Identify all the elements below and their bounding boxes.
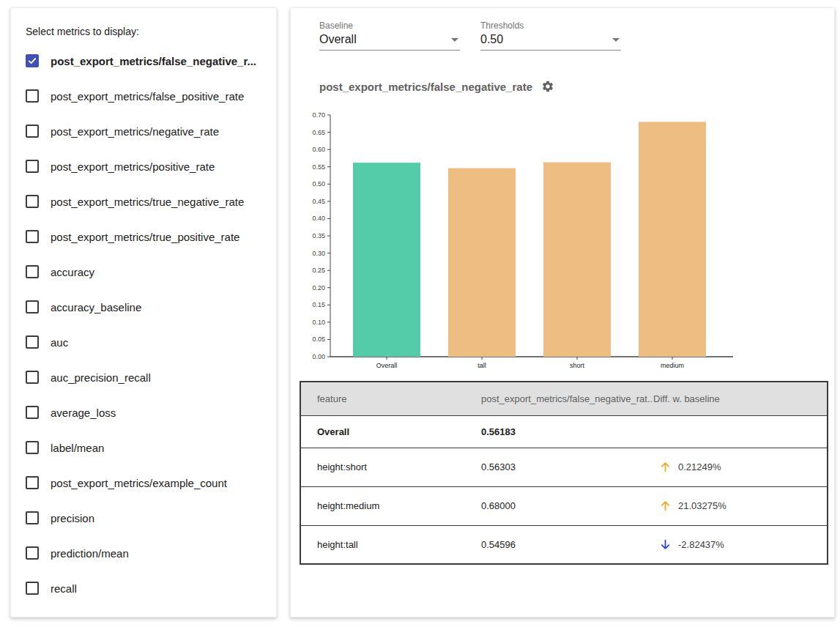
checkbox-checked-icon[interactable] — [26, 54, 39, 67]
y-axis-tick-label: 0.20 — [312, 284, 325, 292]
metric-label: prediction/mean — [51, 547, 129, 560]
checkbox-icon[interactable] — [26, 582, 39, 595]
checkbox-icon[interactable] — [26, 230, 39, 243]
y-axis-tick-label: 0.70 — [312, 111, 325, 119]
checkbox-icon[interactable] — [26, 511, 39, 524]
y-axis-tick-label: 0.60 — [312, 146, 325, 153]
metric-selector-card: Select metrics to display: post_export_m… — [10, 7, 277, 617]
metric-item-recall[interactable]: recall — [26, 571, 261, 606]
y-axis-tick-label: 0.65 — [312, 129, 325, 136]
sidebar-title: Select metrics to display: — [26, 26, 261, 37]
cell-diff: -2.82437% — [652, 525, 828, 564]
metric-item-post-export-metrics-positive-rate[interactable]: post_export_metrics/positive_rate — [26, 149, 261, 184]
diff-value: 21.03275% — [678, 500, 726, 511]
checkbox-icon[interactable] — [26, 265, 39, 278]
arrow-up-icon — [659, 500, 672, 512]
cell-diff: 0.21249% — [652, 448, 828, 486]
arrow-up-icon — [659, 461, 672, 473]
cell-feature: height:tall — [300, 525, 480, 564]
metric-label: post_export_metrics/true_negative_rate — [51, 196, 244, 208]
checkbox-icon[interactable] — [26, 89, 39, 103]
diff-indicator: -2.82437% — [653, 538, 827, 551]
table-header-diff: Diff. w. baseline — [652, 382, 828, 415]
metric-item-post-export-metrics-false-negative-r[interactable]: post_export_metrics/false_negative_r... — [26, 43, 261, 78]
table-header-metric: post_export_metrics/false_negative_rat..… — [480, 382, 652, 415]
metrics-table: featurepost_export_metrics/false_negativ… — [300, 381, 828, 565]
checkbox-icon[interactable] — [26, 406, 39, 419]
metric-label: post_export_metrics/positive_rate — [51, 160, 215, 173]
chevron-down-icon — [612, 38, 620, 42]
checkbox-icon[interactable] — [26, 476, 39, 489]
metric-label: post_export_metrics/false_negative_r... — [51, 55, 256, 67]
metric-label: label/mean — [51, 442, 104, 454]
cell-feature: height:medium — [300, 486, 480, 525]
metric-list: post_export_metrics/false_negative_r...p… — [26, 43, 261, 606]
checkbox-icon[interactable] — [26, 125, 39, 138]
arrow-down-icon — [659, 538, 672, 551]
checkbox-icon[interactable] — [26, 441, 39, 454]
checkbox-icon[interactable] — [26, 160, 39, 173]
metric-item-post-export-metrics-true-positive-rate[interactable]: post_export_metrics/true_positive_rate — [26, 219, 261, 254]
chart-title: post_export_metrics/false_negative_rate — [319, 81, 532, 93]
x-axis-tick-label: medium — [661, 362, 684, 369]
thresholds-select-label: Thresholds — [480, 21, 621, 31]
table-row-height-medium: height:medium0.6800021.03275% — [300, 486, 828, 525]
baseline-select-value: Overall — [319, 33, 357, 46]
metric-item-post-export-metrics-true-negative-rate[interactable]: post_export_metrics/true_negative_rate — [26, 184, 261, 219]
y-axis-tick-label: 0.00 — [312, 353, 325, 360]
thresholds-select[interactable]: Thresholds 0.50 — [480, 21, 621, 51]
baseline-select-label: Baseline — [319, 21, 460, 31]
diff-indicator: 21.03275% — [653, 500, 827, 512]
metric-item-auc[interactable]: auc — [26, 324, 261, 360]
metric-item-post-export-metrics-example-count[interactable]: post_export_metrics/example_count — [26, 465, 261, 500]
y-axis-tick-label: 0.50 — [312, 180, 325, 188]
cell-feature: Overall — [300, 415, 480, 448]
metric-label: recall — [51, 582, 77, 595]
metric-item-prediction-mean[interactable]: prediction/mean — [26, 535, 261, 571]
bar-short[interactable] — [543, 163, 611, 357]
metric-item-post-export-metrics-negative-rate[interactable]: post_export_metrics/negative_rate — [26, 114, 261, 149]
metric-item-accuracy-baseline[interactable]: accuracy_baseline — [26, 289, 261, 324]
table-header-feature: feature — [300, 382, 480, 415]
y-axis-tick-label: 0.45 — [312, 198, 325, 205]
metric-label: post_export_metrics/false_positive_rate — [51, 90, 244, 103]
y-axis-tick-label: 0.25 — [312, 267, 325, 274]
metric-item-label-mean[interactable]: label/mean — [26, 430, 261, 465]
bar-tall[interactable] — [448, 168, 516, 357]
diff-value: 0.21249% — [678, 461, 721, 472]
controls-row: Baseline Overall Thresholds 0.50 — [319, 21, 834, 51]
cell-metric-value: 0.54596 — [480, 525, 652, 564]
y-axis-tick-label: 0.40 — [312, 215, 325, 222]
y-axis-tick-label: 0.15 — [312, 301, 325, 308]
chevron-down-icon — [451, 38, 458, 42]
metric-item-precision[interactable]: precision — [26, 500, 261, 535]
y-axis-tick-label: 0.10 — [312, 319, 325, 326]
bar-overall[interactable] — [353, 163, 420, 357]
metric-item-accuracy[interactable]: accuracy — [26, 254, 261, 289]
metric-label: accuracy_baseline — [51, 301, 141, 314]
checkbox-icon[interactable] — [26, 546, 39, 560]
thresholds-select-value: 0.50 — [480, 33, 503, 46]
metric-item-average-loss[interactable]: average_loss — [26, 395, 261, 430]
cell-diff — [652, 415, 828, 448]
metric-item-post-export-metrics-false-positive-rate[interactable]: post_export_metrics/false_positive_rate — [26, 78, 261, 114]
gear-icon[interactable] — [541, 80, 554, 93]
checkbox-icon[interactable] — [26, 371, 39, 384]
checkbox-icon[interactable] — [26, 300, 39, 314]
baseline-select[interactable]: Baseline Overall — [319, 21, 460, 51]
bar-medium[interactable] — [639, 122, 706, 357]
diff-value: -2.82437% — [678, 539, 724, 550]
metric-item-auc-precision-recall[interactable]: auc_precision_recall — [26, 360, 261, 395]
cell-metric-value: 0.56183 — [480, 415, 652, 448]
cell-diff: 21.03275% — [652, 486, 828, 525]
metric-label: precision — [51, 512, 94, 524]
metrics-bar-chart: 0.000.050.100.150.200.250.300.350.400.45… — [311, 108, 743, 371]
table-row-height-tall: height:tall0.54596-2.82437% — [300, 525, 828, 564]
checkbox-icon[interactable] — [26, 335, 39, 349]
x-axis-tick-label: short — [570, 362, 585, 369]
x-axis-tick-label: Overall — [376, 362, 398, 369]
checkbox-icon[interactable] — [26, 195, 39, 208]
table-row-height-short: height:short0.563030.21249% — [300, 448, 828, 486]
cell-feature: height:short — [300, 448, 480, 486]
metric-label: auc — [51, 336, 68, 349]
